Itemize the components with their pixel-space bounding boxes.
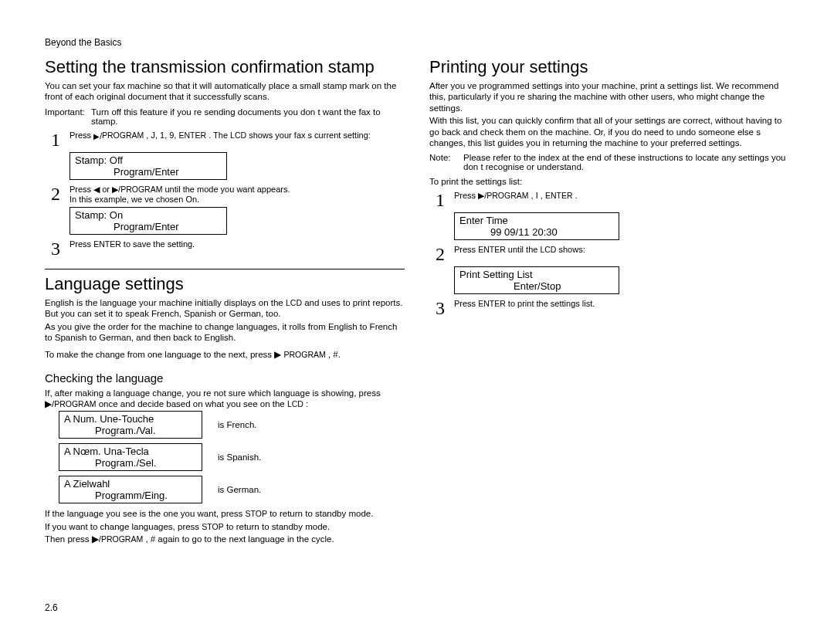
- print-step-3-text: Press ENTER to print the settings list.: [454, 299, 789, 317]
- step-number-icon: 3: [429, 299, 451, 317]
- step-3: 3 Press ENTER to save the setting.: [45, 239, 405, 258]
- step-number-icon: 3: [45, 239, 66, 258]
- important-text: Turn off this feature if you re sending …: [91, 107, 405, 126]
- lcd-display-enter-time: Enter Time 99 09/11 20:30: [454, 212, 619, 240]
- lcd-display-print-setting-list: Print Setting List Enter/Stop: [454, 266, 619, 294]
- lang-change-instruction: To make the change from one language to …: [45, 349, 405, 360]
- lcd-display-spanish: A Nœm. Una-Tecla Program./Sel.: [59, 443, 202, 471]
- section-title-stamp: Setting the transmission confirmation st…: [45, 57, 405, 77]
- lang-keep: If the language you see is the one you w…: [45, 508, 405, 519]
- page-number: 2.6: [45, 602, 58, 613]
- lcd-display-german: A Zielwahl Programm/Eing.: [59, 476, 202, 503]
- step-number-icon: 2: [45, 185, 66, 204]
- printing-note: Note: Please refer to the index at the e…: [429, 153, 789, 171]
- page-header: Beyond the Basics: [45, 37, 789, 48]
- subsection-title-checking: Checking the language: [45, 371, 405, 385]
- print-step-2-text: Press ENTER until the LCD shows:: [454, 245, 789, 263]
- print-list-heading: To print the settings list:: [429, 176, 789, 187]
- step-1-text: Press ▶/PROGRAM , J, 1, 9, ENTER . The L…: [70, 130, 405, 149]
- print-step-1: 1 Press ▶/PROGRAM , I , ENTER .: [429, 191, 789, 209]
- language-row-spanish: A Nœm. Una-Tecla Program./Sel. is Spanis…: [59, 443, 405, 471]
- step-number-icon: 2: [429, 245, 451, 263]
- step-1: 1 Press ▶/PROGRAM , J, 1, 9, ENTER . The…: [45, 130, 405, 149]
- lang-next: Then press ▶/PROGRAM , # again to go to …: [45, 534, 405, 544]
- note-label: Note:: [429, 153, 463, 171]
- lang-change: If you want to change languages, press S…: [45, 521, 405, 532]
- language-row-french: A Num. Une-Touche Program./Val. is Frenc…: [59, 411, 405, 439]
- step-2-text: Press ◀ or ▶/PROGRAM until the mode you …: [70, 185, 405, 204]
- section-title-printing: Printing your settings: [429, 57, 789, 77]
- step-number-icon: 1: [45, 130, 66, 149]
- print-step-2: 2 Press ENTER until the LCD shows:: [429, 245, 789, 263]
- spanish-label: is Spanish.: [218, 452, 261, 462]
- lcd-display-stamp-off: Stamp: Off Program/Enter: [70, 152, 227, 180]
- lcd-display-french: A Num. Une-Touche Program./Val.: [59, 411, 202, 439]
- print-step-3: 3 Press ENTER to print the settings list…: [429, 299, 789, 317]
- lang-intro-1: English is the language your machine ini…: [45, 297, 405, 320]
- print-step-1-text: Press ▶/PROGRAM , I , ENTER .: [454, 191, 789, 209]
- two-column-layout: Setting the transmission confirmation st…: [45, 53, 789, 547]
- important-label: Important:: [45, 107, 91, 126]
- checking-intro: If, after making a language change, you …: [45, 388, 405, 410]
- step-number-icon: 1: [429, 191, 451, 209]
- note-text: Please refer to the index at the end of …: [463, 153, 789, 171]
- left-column: Setting the transmission confirmation st…: [45, 53, 405, 547]
- german-label: is German.: [218, 485, 261, 494]
- section-divider: [45, 269, 405, 269]
- section-title-language: Language settings: [45, 274, 405, 294]
- document-page: Beyond the Basics Setting the transmissi…: [0, 0, 834, 644]
- language-row-german: A Zielwahl Programm/Eing. is German.: [59, 476, 405, 503]
- lang-intro-2: As you give the order for the machine to…: [45, 321, 405, 344]
- right-column: Printing your settings After you ve prog…: [429, 53, 789, 547]
- stamp-intro: You can set your fax machine so that it …: [45, 80, 405, 103]
- important-note: Important: Turn off this feature if you …: [45, 107, 405, 126]
- printing-intro-1: After you ve programmed settings into yo…: [429, 80, 789, 114]
- french-label: is French.: [218, 420, 257, 429]
- lcd-display-stamp-on: Stamp: On Program/Enter: [70, 207, 227, 235]
- step-3-text: Press ENTER to save the setting.: [70, 239, 405, 258]
- printing-intro-2: With this list, you can quickly confirm …: [429, 115, 789, 148]
- step-2: 2 Press ◀ or ▶/PROGRAM until the mode yo…: [45, 185, 405, 204]
